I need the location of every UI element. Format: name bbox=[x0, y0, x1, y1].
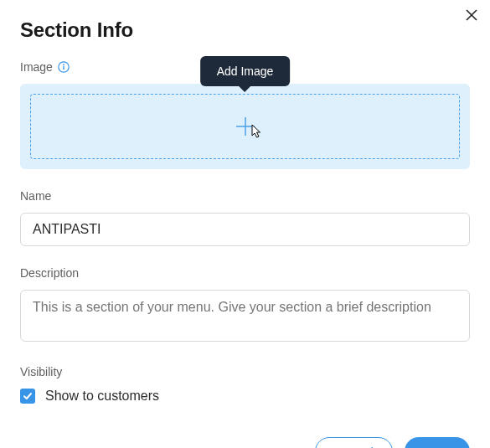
show-to-customers-checkbox[interactable] bbox=[20, 389, 35, 404]
cancel-button[interactable]: Cancel bbox=[315, 437, 393, 448]
dialog-footer: Cancel Save bbox=[20, 437, 470, 448]
plus-icon bbox=[235, 116, 256, 137]
section-info-dialog: Section Info Image Add Image bbox=[0, 0, 490, 448]
svg-rect-4 bbox=[63, 66, 64, 70]
image-upload-area[interactable]: Add Image bbox=[20, 84, 470, 169]
name-field-label: Name bbox=[20, 189, 470, 203]
image-upload-dashed-zone: Add Image bbox=[30, 94, 460, 159]
name-input[interactable] bbox=[20, 213, 470, 246]
image-label-text: Image bbox=[20, 60, 53, 74]
info-icon[interactable] bbox=[58, 61, 70, 73]
check-icon bbox=[23, 391, 33, 401]
visibility-field-label: Visibility bbox=[20, 365, 470, 378]
dialog-title: Section Info bbox=[20, 18, 470, 42]
show-to-customers-row: Show to customers bbox=[20, 389, 470, 404]
close-button[interactable] bbox=[465, 8, 478, 22]
description-textarea[interactable] bbox=[20, 290, 470, 342]
close-icon bbox=[465, 8, 478, 22]
save-button[interactable]: Save bbox=[405, 437, 470, 448]
description-field-label: Description bbox=[20, 266, 470, 280]
show-to-customers-label: Show to customers bbox=[45, 389, 159, 404]
svg-point-3 bbox=[63, 64, 64, 65]
tooltip-text: Add Image bbox=[217, 64, 274, 78]
add-image-tooltip: Add Image bbox=[200, 56, 291, 86]
